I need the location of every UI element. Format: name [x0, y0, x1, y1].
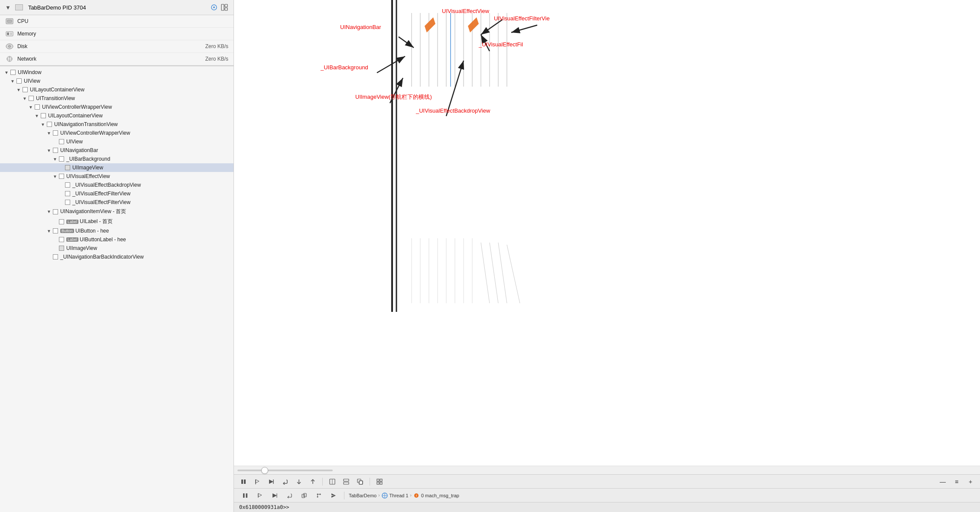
tree-item-uiviewcontrollerwrapperview2[interactable]: ▼UIViewControllerWrapperView	[0, 129, 234, 137]
tree-item-_uivisualeffectbackdropview[interactable]: _UIVisualEffectBackdropView	[0, 181, 234, 189]
right-panel: UINavigationBar UIVisualEffectView UIVis…	[234, 0, 980, 512]
left-panel: ▼ TabBarDemo PID 3704 CPU	[0, 0, 234, 512]
status-flag-btn[interactable]	[254, 491, 266, 500]
node-icon-_uivisualeffectfilterview1	[64, 191, 71, 197]
node-label-uiviewcontrollerwrapperview2: UIViewControllerWrapperView	[60, 130, 130, 136]
node-label-_uivisualeffectbackdropview: _UIVisualEffectBackdropView	[72, 182, 141, 188]
toolbar-plus-btn[interactable]: +	[964, 477, 977, 486]
tree-toggle-uiwindow[interactable]: ▼	[3, 70, 10, 75]
tree-toggle-uinavigationbar[interactable]: ▼	[46, 148, 52, 153]
svg-rect-14	[234, 0, 980, 474]
layout-icon[interactable]	[221, 3, 228, 11]
node-label-uiview1: UIView	[24, 78, 40, 84]
svg-rect-45	[241, 480, 243, 484]
slider-track	[237, 470, 333, 471]
tree-toggle-uivisualeffectview[interactable]: ▼	[52, 174, 58, 179]
toolbar-copy-btn[interactable]	[354, 477, 366, 486]
node-icon-uiviewcontrollerwrapperview1	[34, 104, 41, 110]
tree-item-uiview1[interactable]: ▼UIView	[0, 77, 234, 85]
node-label-uilayoutcontainerview2: UILayoutContainerView	[48, 113, 103, 119]
monitor-cpu[interactable]: CPU	[0, 15, 234, 28]
tree-item-uibutton[interactable]: ▼ButtonUIButton - hee	[0, 227, 234, 235]
network-value: Zero KB/s	[205, 56, 228, 62]
record-icon[interactable]	[210, 3, 218, 11]
tree-toggle-uiview1[interactable]: ▼	[10, 79, 16, 84]
node-label-_uivisualeffectfilterview2: _UIVisualEffectFilterView	[72, 199, 130, 205]
disk-icon	[5, 43, 14, 49]
tree-item-_uinavigationbarbackindicatorview[interactable]: _UINavigationBarBackIndicatorView	[0, 253, 234, 261]
svg-marker-66	[273, 493, 277, 498]
canvas-slider[interactable]	[234, 466, 980, 474]
svg-rect-59	[377, 479, 379, 481]
tree-item-uivisualeffectview[interactable]: ▼UIVisualEffectView	[0, 172, 234, 181]
node-icon-uiimageview	[64, 165, 71, 171]
tree-item-_uivisualeffectfilterview1[interactable]: _UIVisualEffectFilterView	[0, 189, 234, 198]
monitor-network[interactable]: Network Zero KB/s	[0, 53, 234, 65]
address-text: 0x6180000931a0>>	[239, 504, 289, 510]
tree-toggle-_uibarbground[interactable]: ▼	[52, 157, 58, 162]
node-icon-uilayoutcontainerview1	[22, 87, 29, 93]
svg-rect-57	[359, 481, 363, 484]
tree-item-_uibarbground[interactable]: ▼_UIBarBackground	[0, 155, 234, 163]
tree-item-uiview2[interactable]: UIView	[0, 137, 234, 146]
toolbar-minus-btn[interactable]: —	[937, 477, 949, 486]
status-branch-btn[interactable]	[313, 491, 325, 500]
monitor-memory[interactable]: Memory	[0, 28, 234, 40]
node-icon-uibuttonlabel	[58, 237, 65, 243]
tree-item-_uivisualeffectfilterview2[interactable]: _UIVisualEffectFilterView	[0, 198, 234, 207]
tree-toggle-uinavigationitemview[interactable]: ▼	[46, 209, 52, 214]
tree-item-uiimageview[interactable]: UIImageView	[0, 163, 234, 172]
cpu-icon	[5, 18, 14, 24]
svg-rect-8	[7, 32, 9, 35]
tree-item-uiviewcontrollerwrapperview1[interactable]: ▼UIViewControllerWrapperView	[0, 103, 234, 111]
toolbar-flag-btn[interactable]	[251, 477, 263, 486]
tree-toggle-uitransitionview[interactable]: ▼	[22, 96, 28, 101]
toolbar-equals-btn[interactable]: ≡	[951, 477, 963, 486]
toolbar-layers-btn[interactable]	[340, 477, 352, 486]
svg-marker-48	[269, 480, 273, 484]
tree-item-uibuttonlabel[interactable]: LabelUIButtonLabel - hee	[0, 235, 234, 244]
status-play-btn[interactable]	[269, 491, 281, 500]
node-label-uitransitionview: UITransitionView	[36, 95, 75, 101]
tree-item-uiimageview2[interactable]: UIImageView	[0, 244, 234, 253]
slider-thumb[interactable]	[261, 467, 268, 474]
tree-item-uinavigationtransitionview[interactable]: ▼UINavigationTransitionView	[0, 120, 234, 129]
svg-rect-46	[244, 480, 246, 484]
toolbar-play-btn[interactable]	[265, 477, 277, 486]
monitor-disk[interactable]: Disk Zero KB/s	[0, 40, 234, 53]
status-share-btn[interactable]	[298, 491, 310, 500]
toolbar-inspect-btn[interactable]	[326, 477, 338, 486]
node-icon-uivisualeffectview	[58, 173, 65, 179]
tree-toggle-uinavigationtransitionview[interactable]: ▼	[40, 122, 46, 127]
tree-item-uilayoutcontainerview2[interactable]: ▼UILayoutContainerView	[0, 111, 234, 120]
toolbar-up-btn[interactable]	[307, 477, 319, 486]
toolbar-divider-1	[322, 478, 323, 486]
tree-toggle-uiviewcontrollerwrapperview1[interactable]: ▼	[28, 105, 34, 110]
tree-toggle-uilayoutcontainerview1[interactable]: ▼	[16, 87, 22, 92]
toolbar-down-btn[interactable]	[293, 477, 305, 486]
svg-rect-4	[225, 8, 227, 10]
node-label-label-uilabel: UILabel - 首页	[80, 218, 113, 225]
node-label-uinavigationtransitionview: UINavigationTransitionView	[54, 121, 118, 127]
tree-item-uiwindow[interactable]: ▼UIWindow	[0, 68, 234, 77]
tree-item-uinavigationbar[interactable]: ▼UINavigationBar	[0, 146, 234, 155]
tree-toggle-uiviewcontrollerwrapperview2[interactable]: ▼	[46, 131, 52, 136]
tree-item-uitransitionview[interactable]: ▼UITransitionView	[0, 94, 234, 103]
status-pause-btn[interactable]	[239, 491, 251, 500]
tree-item-label-uilabel[interactable]: LabelUILabel - 首页	[0, 217, 234, 227]
status-return-btn[interactable]	[283, 491, 295, 500]
tree-toggle-uilayoutcontainerview2[interactable]: ▼	[34, 113, 40, 118]
svg-rect-60	[380, 479, 382, 481]
status-send-btn[interactable]	[328, 491, 340, 500]
tree-item-uinavigationitemview[interactable]: ▼UINavigationItemView - 首页	[0, 207, 234, 217]
header-icons	[210, 3, 228, 11]
toolbar-pause-btn[interactable]	[237, 477, 250, 486]
node-icon-uiview1	[16, 78, 23, 84]
toolbar-return-btn[interactable]	[279, 477, 291, 486]
node-icon-_uivisualeffectbackdropview	[64, 182, 71, 188]
tree-section[interactable]: ▼UIWindow▼UIView▼UILayoutContainerView▼U…	[0, 66, 234, 512]
tree-item-uilayoutcontainerview1[interactable]: ▼UILayoutContainerView	[0, 85, 234, 94]
network-icon	[5, 56, 14, 62]
tree-toggle-uibutton[interactable]: ▼	[46, 229, 52, 233]
toolbar-grid-btn[interactable]	[373, 477, 386, 486]
